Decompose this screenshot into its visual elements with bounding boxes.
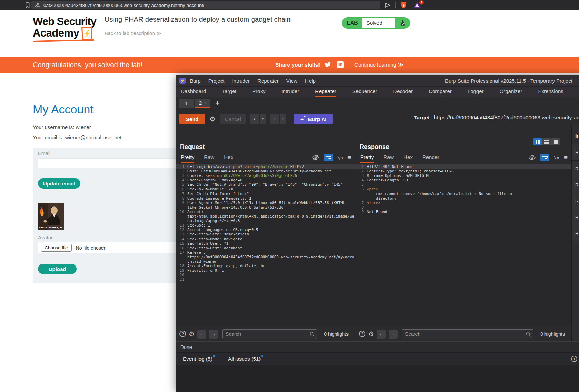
editor-line[interactable]: 15Sec-Fetch-User: ?1 <box>176 241 355 246</box>
main-tab-logger[interactable]: Logger <box>468 87 484 97</box>
request-tab-hex[interactable]: Hex <box>224 154 233 163</box>
editor-line[interactable]: 1HTTP/2 404 Not Found <box>355 164 571 169</box>
rows-layout-button[interactable] <box>542 138 551 145</box>
menu-project[interactable]: Project <box>208 78 225 84</box>
upload-button[interactable]: Upload <box>38 264 77 274</box>
main-tab-proxy[interactable]: Proxy <box>252 87 265 97</box>
forward-history-button[interactable]: › <box>270 114 279 124</box>
main-tab-intruder[interactable]: Intruder <box>281 87 299 97</box>
response-tab-raw[interactable]: Raw <box>383 154 394 163</box>
word-wrap-icon[interactable] <box>540 154 549 161</box>
menu-burp[interactable]: Burp <box>190 78 201 84</box>
show-newlines-icon[interactable]: \n <box>337 155 343 160</box>
repeater-tab-2[interactable]: 2× <box>195 99 210 108</box>
linkedin-icon[interactable]: in <box>337 61 344 68</box>
back-history-button[interactable]: ‹ <box>250 114 259 124</box>
bookmark-icon[interactable] <box>24 2 31 9</box>
inspector-section[interactable]: Request body parameters <box>572 177 579 193</box>
burp-ai-button[interactable]: ✦✦ Burp AI <box>294 114 333 124</box>
editor-menu-icon[interactable]: ≡ <box>347 154 351 161</box>
editor-line[interactable]: 7</pre> <box>355 201 571 205</box>
editor-line[interactable]: 5Sec-Ch-Ua: "Not:A-Brand";v="99", "Brave… <box>176 182 355 187</box>
next-match-button[interactable]: → <box>209 330 218 339</box>
editor-line[interactable]: 14Sec-Fetch-Mode: navigate <box>176 237 355 241</box>
editor-line[interactable]: 1GET /cgi-bin/avatar.php?avatar=phar://w… <box>176 164 355 169</box>
previous-match-button[interactable]: ← <box>377 330 386 339</box>
main-tab-organizer[interactable]: Organizer <box>500 87 522 97</box>
previous-match-button[interactable]: ← <box>197 330 206 339</box>
editor-line[interactable]: 18Accept-Encoding: gzip, deflate, br <box>176 264 355 268</box>
editor-line[interactable]: 5 <box>355 182 571 187</box>
menu-view[interactable]: View <box>286 78 297 84</box>
inspector-section[interactable]: Response headers <box>572 225 579 241</box>
rewards-extension-icon[interactable]: 1 <box>413 1 422 9</box>
menu-repeater[interactable]: Repeater <box>257 78 279 84</box>
response-tab-pretty[interactable]: Pretty <box>360 154 374 163</box>
main-tab-sequencer[interactable]: Sequencer <box>352 87 377 97</box>
response-search-input[interactable] <box>402 329 533 339</box>
footer-tab[interactable]: All issues (51) <box>228 356 263 362</box>
editor-line[interactable]: text/html,application/xhtml+xml,applicat… <box>176 214 355 219</box>
search-settings-gear-icon[interactable]: ⚙ <box>189 330 195 338</box>
editor-line[interactable]: 20 <box>176 273 355 277</box>
editor-line[interactable]: 9User-Agent: Mozilla/5.0 (X11; Linux x86… <box>176 201 355 205</box>
main-tab-target[interactable]: Target <box>222 87 236 97</box>
editor-line[interactable]: 6Sec-Ch-Ua-Mobile: ?0 <box>176 187 355 191</box>
editor-menu-icon[interactable]: ≡ <box>564 154 568 161</box>
editor-line[interactable]: 19Priority: u=0, i <box>176 268 355 273</box>
main-tab-decoder[interactable]: Decoder <box>393 87 413 97</box>
site-controls-icon[interactable] <box>35 2 40 8</box>
editor-line[interactable]: 8Upgrade-Insecure-Requests: 1 <box>176 196 355 201</box>
editor-line[interactable]: https://0af3000904a0434f807f2cd600b00063… <box>176 255 355 259</box>
editor-line[interactable]: bp,image/apng,*/*;q=0.8 <box>176 219 355 223</box>
search-settings-gear-icon[interactable]: ⚙ <box>368 330 374 338</box>
web-security-academy-logo[interactable]: Web Security Academy ⚡ <box>33 17 102 41</box>
editor-line[interactable]: 2Host: 0af3000904a0434f807f2cd600b00063.… <box>176 169 355 173</box>
repeater-tab-1[interactable]: 1 <box>179 99 194 108</box>
back-to-lab-link[interactable]: Back to lab description ≫ <box>105 31 161 36</box>
forward-history-dropdown[interactable]: ▼ <box>279 114 286 124</box>
editor-line[interactable]: unt?id=wiener <box>176 259 355 264</box>
editor-line[interactable]: 8 <box>355 205 571 210</box>
close-tab-icon[interactable]: × <box>204 100 207 106</box>
send-button[interactable]: Send <box>179 114 205 124</box>
editor-line[interactable]: 13Sec-Fetch-Site: same-origin <box>176 232 355 237</box>
editor-line[interactable]: 16Sec-Fetch-Dest: document <box>176 246 355 250</box>
footer-tab[interactable]: Event log (5) <box>183 356 215 362</box>
editor-line[interactable]: 17Referer: <box>176 250 355 255</box>
request-tab-raw[interactable]: Raw <box>204 154 214 163</box>
show-newlines-icon[interactable]: \n <box>554 155 559 160</box>
twitter-icon[interactable] <box>324 62 331 68</box>
browser-ai-icon[interactable] <box>384 2 391 9</box>
hide-nonprintable-icon[interactable] <box>528 154 536 161</box>
inspector-section[interactable]: Request headers <box>572 209 579 225</box>
editor-line[interactable]: 4Content-Length: 93 <box>355 178 571 182</box>
editor-line[interactable]: 4Cache-Control: max-age=0 <box>176 178 355 182</box>
editor-line[interactable]: 7Sec-Ch-Ua-Platform: "Linux" <box>176 192 355 196</box>
editor-line[interactable]: 6<pre> <box>355 187 571 191</box>
send-settings-gear-icon[interactable]: ⚙ <box>208 114 217 124</box>
main-tab-extensions[interactable]: Extensions <box>538 87 563 97</box>
hide-nonprintable-icon[interactable] <box>312 154 320 161</box>
editor-line[interactable]: like Gecko) Chrome/145.0.0.0 Safari/537.… <box>176 205 355 210</box>
inspector-section[interactable]: Request cookies <box>572 193 579 209</box>
continue-learning-link[interactable]: Continue learning ≫ <box>354 57 403 73</box>
columns-layout-button[interactable] <box>533 138 542 145</box>
word-wrap-icon[interactable] <box>324 154 333 161</box>
editor-line[interactable]: 21 <box>176 277 355 282</box>
menu-intruder[interactable]: Intruder <box>232 78 250 84</box>
help-icon[interactable]: ? <box>179 331 186 337</box>
address-bar[interactable]: 0af3000904a0434f807f2cd600b00063.web-sec… <box>31 1 380 9</box>
editor-line[interactable]: 2Content-Type: text/html; charset=UTF-8 <box>355 169 571 173</box>
update-email-button[interactable]: Update email <box>38 178 80 189</box>
request-tab-pretty[interactable]: Pretty <box>181 154 194 163</box>
editor-line[interactable]: 9Not Found <box>355 210 571 214</box>
main-tab-comparer[interactable]: Comparer <box>429 87 452 97</box>
editor-line[interactable]: rm: cannot remove '/home/carlos/morale.t… <box>355 192 571 196</box>
request-search-input[interactable] <box>222 329 317 339</box>
editor-line[interactable]: directory <box>355 196 571 201</box>
inspector-section[interactable]: Request attributes <box>572 144 579 160</box>
response-tab-render[interactable]: Render <box>422 154 439 163</box>
next-match-button[interactable]: → <box>389 330 398 339</box>
editor-line[interactable]: 3Cookie: session=dQ7ZQWelbZ7wogBsQ3dSsSi… <box>176 173 355 178</box>
